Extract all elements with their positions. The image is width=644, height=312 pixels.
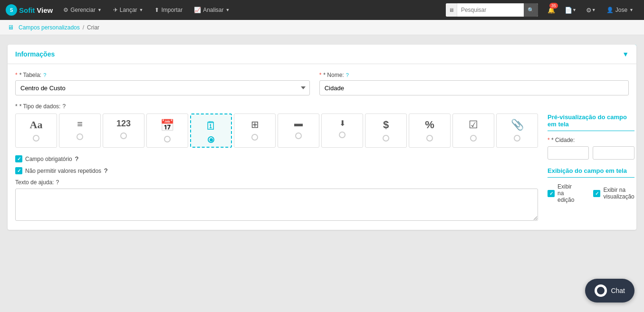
data-type-grid: Aa ≡ 123 xyxy=(15,113,538,148)
breadcrumb-current: Criar xyxy=(87,24,99,31)
type-multiline-radio[interactable] xyxy=(77,133,83,140)
datetime-icon: 🗓 xyxy=(205,119,217,132)
chart-icon: 📈 xyxy=(194,7,201,13)
user-menu[interactable]: 👤 Jose ▼ xyxy=(602,0,638,20)
table-icon: ⊞ xyxy=(251,119,259,130)
nav-gerenciar[interactable]: ⚙ Gerenciar ▼ xyxy=(58,0,106,20)
info-card: Informações ▼ * * Tabela: ? Centro de Cu… xyxy=(8,45,636,230)
multiline-icon: ≡ xyxy=(77,119,83,130)
card-body: * * Tabela: ? Centro de CustoOutro * * N… xyxy=(8,64,636,230)
card-two-col: Aa ≡ 123 xyxy=(15,113,629,222)
nav-importar[interactable]: ⬆ Importar xyxy=(150,0,187,20)
attachment-icon: 📎 xyxy=(511,119,524,131)
breadcrumb: 🖥 Campos personalizados / Criar 💾 xyxy=(0,20,644,35)
type-datetime-radio[interactable] xyxy=(208,136,214,143)
brand-sofit: Sofit xyxy=(19,6,35,14)
nome-group: * * Nome: ? xyxy=(319,72,629,95)
input2-icon: ⬇ xyxy=(339,119,346,128)
type-input1-radio[interactable] xyxy=(295,132,302,139)
nav-lancar[interactable]: ✈ Lançar ▼ xyxy=(108,0,148,20)
nao-repetir-help[interactable]: ? xyxy=(104,167,107,174)
type-table-radio[interactable] xyxy=(251,134,258,141)
settings-icon: ⚙ xyxy=(586,7,592,14)
brand-view: View xyxy=(37,6,53,14)
caret-icon: ▼ xyxy=(139,8,144,12)
tabela-help-icon[interactable]: ? xyxy=(43,72,46,78)
currency-icon: $ xyxy=(383,119,389,131)
screen-icon: 🖥 xyxy=(8,24,14,31)
display-options: Exibir na edição Exibir na visualização xyxy=(548,183,634,203)
tabela-select[interactable]: Centro de CustoOutro xyxy=(15,80,310,95)
type-text[interactable]: Aa xyxy=(15,113,57,148)
user-icon: 👤 xyxy=(606,7,614,13)
breadcrumb-link[interactable]: Campos personalizados xyxy=(19,24,80,31)
type-multiline[interactable]: ≡ xyxy=(59,113,101,148)
tipo-dados-label: * * Tipo de dados: ? xyxy=(15,103,629,110)
exibir-edicao-option: Exibir na edição xyxy=(548,183,574,203)
settings-button[interactable]: ⚙ ▼ xyxy=(582,0,600,20)
type-checkbox-radio[interactable] xyxy=(470,135,477,142)
display-title: Exibição do campo em tela xyxy=(548,167,634,178)
main-content: Informações ▼ * * Tabela: ? Centro de Cu… xyxy=(0,35,644,239)
campo-obrigatorio-row: Campo obrigatório ? xyxy=(15,155,538,162)
monitor-icon: 🖥 xyxy=(446,3,457,17)
type-input2-radio[interactable] xyxy=(339,132,346,138)
type-text-radio[interactable] xyxy=(33,135,39,142)
type-number[interactable]: 123 xyxy=(103,113,144,148)
file-button[interactable]: 📄 ▼ xyxy=(561,0,580,20)
texto-ajuda-label: Texto de ajuda: ? xyxy=(15,179,538,186)
campo-obrigatorio-help[interactable]: ? xyxy=(75,155,78,162)
type-input2[interactable]: ⬇ xyxy=(321,113,363,148)
preview-time-input[interactable] xyxy=(593,146,634,160)
right-col: Pré-visualização do campo em tela * * Ci… xyxy=(548,113,634,222)
collapse-button[interactable]: ▼ xyxy=(622,50,629,58)
type-attachment[interactable]: 📎 xyxy=(496,113,538,148)
caret-icon: ▼ xyxy=(226,8,230,12)
nao-repetir-checkbox[interactable] xyxy=(15,167,22,174)
text-icon: Aa xyxy=(30,119,43,131)
exibir-visualizacao-label: Exibir na visualização xyxy=(603,187,634,200)
type-number-radio[interactable] xyxy=(120,132,127,139)
nome-label: * * Nome: ? xyxy=(319,72,629,78)
texto-ajuda-input[interactable] xyxy=(15,189,538,221)
type-calendar[interactable]: 📅 xyxy=(146,113,188,148)
card-header: Informações ▼ xyxy=(8,45,636,64)
exibir-visualizacao-checkbox[interactable] xyxy=(593,190,600,197)
number-icon: 123 xyxy=(116,119,131,129)
nome-input[interactable] xyxy=(319,80,629,95)
dropdown-caret: ▼ xyxy=(572,8,577,12)
import-icon: ⬆ xyxy=(154,7,159,13)
type-attachment-radio[interactable] xyxy=(514,135,520,142)
type-percent-radio[interactable] xyxy=(426,135,433,142)
chat-button[interactable]: Chat xyxy=(585,279,634,303)
nav-analisar[interactable]: 📈 Analisar ▼ xyxy=(189,0,234,20)
brand: S Sofit View xyxy=(6,4,53,16)
type-table[interactable]: ⊞ xyxy=(234,113,276,148)
campo-obrigatorio-checkbox[interactable] xyxy=(15,155,22,162)
percent-icon: % xyxy=(425,119,434,131)
caret-icon: ▼ xyxy=(97,8,102,12)
file-icon: 📄 xyxy=(565,7,572,14)
type-currency[interactable]: $ xyxy=(365,113,407,148)
preview-date-input[interactable] xyxy=(548,146,589,160)
texto-ajuda-section: Texto de ajuda: ? xyxy=(15,179,538,222)
search-button[interactable]: 🔍 xyxy=(524,3,538,17)
nome-help-icon[interactable]: ? xyxy=(346,72,349,78)
exibir-edicao-checkbox[interactable] xyxy=(548,190,555,197)
breadcrumb-separator: / xyxy=(83,24,84,31)
tipo-dados-help-icon[interactable]: ? xyxy=(62,103,66,110)
preview-inputs xyxy=(548,146,634,160)
type-checkbox-field[interactable]: ☑ xyxy=(452,113,494,148)
preview-field-label: * * Cidade: xyxy=(548,137,634,143)
type-calendar-radio[interactable] xyxy=(164,136,171,142)
search-input[interactable] xyxy=(457,3,524,17)
notification-button[interactable]: 🔔 35 xyxy=(544,0,559,20)
type-percent[interactable]: % xyxy=(409,113,451,148)
exibir-edicao-label: Exibir na edição xyxy=(557,183,574,203)
type-currency-radio[interactable] xyxy=(383,135,389,142)
type-input1[interactable]: ▬ xyxy=(278,113,319,148)
texto-ajuda-help-icon[interactable]: ? xyxy=(56,179,59,186)
type-datetime[interactable]: 🗓 xyxy=(190,113,232,148)
navbar: S Sofit View ⚙ Gerenciar ▼ ✈ Lançar ▼ ⬆ … xyxy=(0,0,644,20)
calendar-icon: 📅 xyxy=(160,119,174,132)
